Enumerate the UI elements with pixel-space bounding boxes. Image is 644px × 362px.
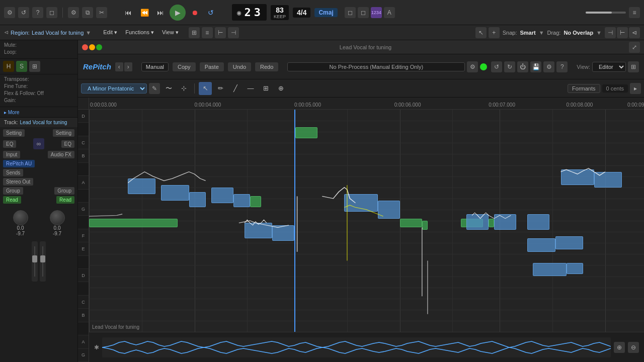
green-clip-top[interactable] xyxy=(295,127,317,138)
blue-clip-r1[interactable] xyxy=(561,169,594,185)
blue-clip-bl1[interactable] xyxy=(533,263,566,277)
track-color-h[interactable]: H xyxy=(3,61,14,72)
piano-grid[interactable] xyxy=(89,110,644,332)
grid-icon[interactable]: ⊞ xyxy=(189,27,200,38)
score-icon[interactable]: ◻ xyxy=(358,7,369,18)
resize-icon[interactable]: ⊲ xyxy=(629,27,640,38)
scale-selector[interactable]: A Minor Pentatonic xyxy=(81,83,147,94)
prefs-icon[interactable]: ⚙ xyxy=(68,7,79,18)
sends-button[interactable]: Sends xyxy=(3,169,23,176)
help-icon-2[interactable]: ? xyxy=(556,61,568,72)
snap-tool[interactable]: ⊞ xyxy=(259,82,272,95)
save-icon[interactable]: 💾 xyxy=(530,61,541,72)
play-button[interactable]: ▶ xyxy=(170,5,186,21)
setting-button-left[interactable]: Setting xyxy=(3,129,25,137)
track-color-s[interactable]: S xyxy=(16,61,27,72)
midi-icon[interactable]: ◻ xyxy=(345,7,356,18)
blue-blob-2[interactable] xyxy=(378,201,400,218)
window-max-icon[interactable] xyxy=(96,44,102,50)
snap-value[interactable]: Smart xyxy=(520,30,535,36)
time-signature[interactable]: 4/4 xyxy=(293,8,310,18)
blue-clip-5[interactable] xyxy=(233,194,250,208)
formants-button[interactable]: Formants xyxy=(568,84,600,93)
blue-clip-d2[interactable] xyxy=(272,225,294,241)
piano-icon[interactable]: ⧉ xyxy=(82,7,93,18)
blue-clip-r2[interactable] xyxy=(594,172,622,188)
blue-clip-d1[interactable] xyxy=(245,223,272,238)
zoom-tool[interactable]: ⊕ xyxy=(274,82,287,95)
track-icon-3[interactable]: ⊞ xyxy=(29,61,40,72)
pencil-tool[interactable]: ✏ xyxy=(214,82,227,95)
prev-button[interactable]: ‹ xyxy=(115,62,123,71)
functions-menu[interactable]: Functions ▾ xyxy=(121,28,158,37)
drag-value[interactable]: No Overlap xyxy=(564,30,593,36)
eq-button-left[interactable]: EQ xyxy=(3,140,16,148)
copy-button[interactable]: Copy xyxy=(173,62,196,71)
blue-clip-1[interactable] xyxy=(128,178,155,194)
timeline-area[interactable]: 0:00:03.000 0:00:04.000 0:00:05.000 0:00… xyxy=(89,98,644,362)
help-icon[interactable]: ? xyxy=(32,7,43,18)
left-fader[interactable] xyxy=(32,241,38,282)
green-bar-r2[interactable] xyxy=(422,221,428,230)
stereo-out-button[interactable]: Stereo Out xyxy=(3,178,33,186)
blue-clip-fr1[interactable] xyxy=(527,214,549,230)
align-right-icon[interactable]: ⊢ xyxy=(617,27,628,38)
blue-blob-1[interactable] xyxy=(344,194,377,212)
window-close-icon[interactable] xyxy=(82,44,88,50)
blue-clip-dr1[interactable] xyxy=(466,214,489,230)
group-button-left[interactable]: Group xyxy=(3,187,23,195)
paste-button[interactable]: Paste xyxy=(200,62,224,71)
snap-arrow[interactable]: ▼ xyxy=(539,30,544,36)
read-button-right[interactable]: Read xyxy=(56,196,74,204)
view-menu[interactable]: View ▾ xyxy=(158,28,183,37)
read-button-left[interactable]: Read xyxy=(3,196,21,204)
cpu-icon[interactable]: 1234 xyxy=(371,7,382,18)
settings-icon[interactable]: ⚙ xyxy=(543,61,554,72)
green-bar-r1[interactable] xyxy=(400,219,422,228)
midi-out-icon[interactable]: ▸ xyxy=(630,83,641,94)
flat-tool[interactable]: — xyxy=(244,82,257,95)
waveform-zoom-in[interactable]: ⊕ xyxy=(614,342,625,353)
green-clip-1[interactable] xyxy=(250,196,261,207)
pointer-tool[interactable]: ↖ xyxy=(475,27,487,38)
drag-arrow[interactable]: ▼ xyxy=(596,30,602,36)
right-fader[interactable] xyxy=(40,241,46,282)
region-arrow[interactable]: ▼ xyxy=(86,30,91,36)
cycle-button[interactable]: ↺ xyxy=(204,6,218,20)
input-button[interactable]: Input xyxy=(3,151,20,158)
history-icon[interactable]: ↺ xyxy=(18,7,29,18)
eq-toggle[interactable]: ∞ xyxy=(33,138,44,149)
logic-icon[interactable]: ⚙ xyxy=(4,7,15,18)
align-left-icon[interactable]: ⊣ xyxy=(605,27,616,38)
view-extra-icon[interactable]: ⊞ xyxy=(628,61,639,72)
edit-menu[interactable]: Edit ▾ xyxy=(99,28,121,37)
browser-icon[interactable]: ◻ xyxy=(46,7,57,18)
blue-clip-bl2[interactable] xyxy=(567,263,583,274)
window-min-icon[interactable] xyxy=(89,44,95,50)
mode-dropdown[interactable]: Manual xyxy=(141,62,169,71)
undo-button[interactable]: Undo xyxy=(228,62,251,71)
scissors-icon[interactable]: ✂ xyxy=(96,7,107,18)
piano-roll-icon[interactable]: ⊢ xyxy=(215,27,226,38)
volume-slider[interactable] xyxy=(586,12,626,14)
master-icon[interactable]: A xyxy=(384,7,395,18)
undo-icon[interactable]: ↺ xyxy=(491,61,502,72)
waveform-mini[interactable] xyxy=(102,337,611,357)
right-volume-knob[interactable] xyxy=(50,210,65,225)
tempo-display[interactable]: 83 KEEP xyxy=(271,5,289,20)
blue-clip-ar2[interactable] xyxy=(555,236,583,250)
green-bar-left[interactable] xyxy=(89,219,178,228)
record-button[interactable]: ⏺ xyxy=(188,6,202,20)
blue-clip-ar[interactable] xyxy=(527,238,555,252)
eq-button-right[interactable]: EQ xyxy=(61,140,74,148)
left-volume-knob[interactable] xyxy=(13,210,28,225)
hamburger-icon[interactable]: ≡ xyxy=(629,7,640,18)
add-tool[interactable]: + xyxy=(489,27,500,38)
power-icon[interactable]: ⏻ xyxy=(517,61,528,72)
green-bar-r4[interactable] xyxy=(489,219,494,228)
preprocess-settings-icon[interactable]: ⚙ xyxy=(467,61,478,72)
scale-edit-icon[interactable]: ✎ xyxy=(149,83,160,94)
more-label[interactable]: ▸ More xyxy=(4,110,20,115)
blue-clip-dr2[interactable] xyxy=(494,214,516,230)
waveform-zoom-out[interactable]: ⊖ xyxy=(628,342,639,353)
